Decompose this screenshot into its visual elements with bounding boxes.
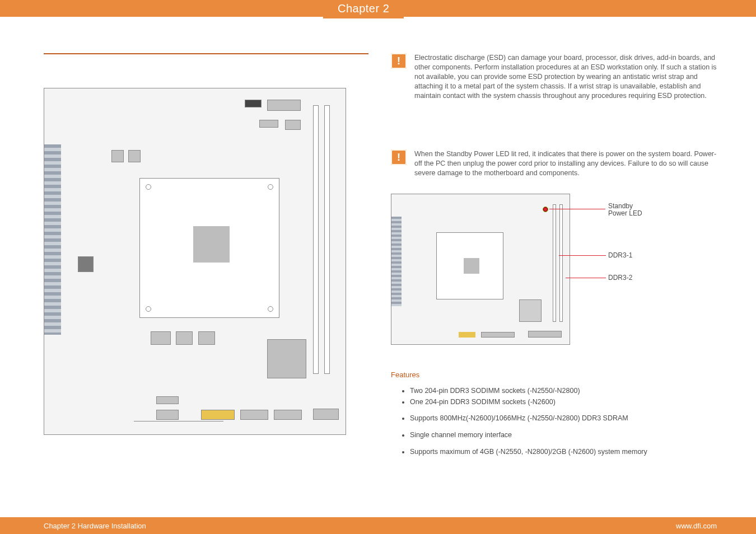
connector <box>285 120 301 130</box>
motherboard-diagram-large <box>44 88 346 435</box>
cpu-socket-small <box>436 232 503 299</box>
label-standby-led: Standby Power LED <box>608 203 642 217</box>
header <box>240 410 268 420</box>
features-title: Features <box>391 371 722 379</box>
memory-slot <box>313 105 319 374</box>
chip <box>111 150 124 162</box>
cpu-die-small <box>464 258 479 274</box>
connector <box>245 100 262 107</box>
motherboard-diagram-small <box>391 194 570 345</box>
label-ddr3-2: DDR3-2 <box>608 274 632 282</box>
io-edge-small <box>391 217 402 306</box>
footer-left: Chapter 2 Hardware Installation <box>44 522 146 530</box>
mount-hole <box>146 184 151 190</box>
header-small <box>528 331 562 338</box>
ddr3-slot-2 <box>559 204 563 322</box>
ddr3-slot-1 <box>553 204 556 322</box>
content-area: Electrostatic discharge (ESD) can damage… <box>44 53 722 500</box>
left-column <box>44 53 368 458</box>
important-standby-text: When the Standby Power LED lit red, it i… <box>414 149 722 178</box>
page-footer: Chapter 2 Hardware Installation www.dfi.… <box>0 517 756 534</box>
chip <box>78 256 94 272</box>
header <box>313 409 339 420</box>
footer-right: www.dfi.com <box>676 522 717 530</box>
label-text: Power LED <box>608 209 642 217</box>
mount-hole <box>268 184 273 190</box>
section-rule <box>44 53 368 54</box>
cpu-die <box>193 226 230 263</box>
header <box>156 396 179 404</box>
list-item: One 204-pin DDR3 SODIMM sockets (-N2600) <box>410 398 722 407</box>
header-small <box>459 332 475 338</box>
mount-hole <box>268 306 273 312</box>
edge-connector <box>134 421 223 434</box>
chip <box>198 331 215 345</box>
connector <box>267 100 301 111</box>
mount-hole <box>146 306 151 312</box>
header <box>201 410 235 420</box>
leader-line <box>549 209 605 209</box>
standby-power-led <box>543 207 548 212</box>
chipset <box>267 339 306 378</box>
leader-line <box>559 255 606 256</box>
connector <box>259 120 278 128</box>
chip <box>151 331 171 345</box>
important-icon <box>391 53 407 69</box>
chip <box>176 331 193 345</box>
important-box-standby: When the Standby Power LED lit red, it i… <box>391 149 722 178</box>
important-esd-text: Electrostatic discharge (ESD) can damage… <box>414 53 722 100</box>
leader-line <box>566 278 606 278</box>
features-list: Two 204-pin DDR3 SODIMM sockets (-N2550/… <box>391 387 722 456</box>
chipset-small <box>519 299 542 322</box>
motherboard-diagram-small-wrap: Standby Power LED DDR3-1 DDR3-2 <box>391 194 660 356</box>
header <box>274 410 302 420</box>
header-small <box>481 332 515 338</box>
list-item: Supports maximum of 4GB (-N2550, -N2800)… <box>410 448 722 457</box>
list-item: Supports 800MHz(-N2600)/1066MHz (-N2550/… <box>410 414 722 423</box>
io-edge <box>44 144 61 335</box>
right-column: Electrostatic discharge (ESD) can damage… <box>391 53 722 458</box>
cpu-socket <box>139 178 279 318</box>
list-item: Single channel memory interface <box>410 431 722 440</box>
important-icon <box>391 149 407 165</box>
memory-slot <box>324 105 330 374</box>
header <box>156 410 179 420</box>
chapter-tab: Chapter 2 <box>323 0 404 18</box>
important-box-esd: Electrostatic discharge (ESD) can damage… <box>391 53 722 100</box>
list-item: Two 204-pin DDR3 SODIMM sockets (-N2550/… <box>410 387 722 396</box>
chip <box>128 150 141 162</box>
label-ddr3-1: DDR3-1 <box>608 251 632 259</box>
